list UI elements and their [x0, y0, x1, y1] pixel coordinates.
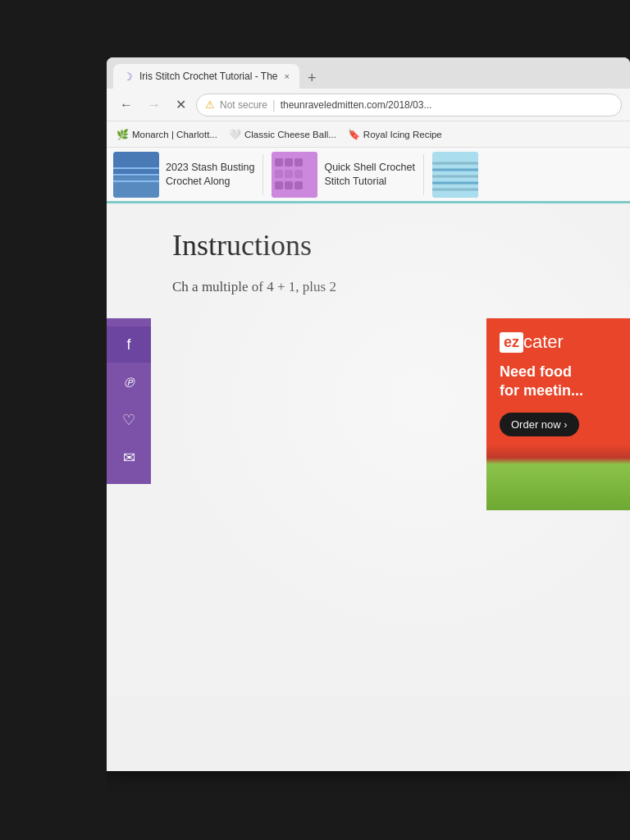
- active-tab[interactable]: ☽ Iris Stitch Crochet Tutorial - The ×: [113, 64, 299, 89]
- bookmark-icon: 🔖: [348, 129, 360, 140]
- thumb-separator-2: [423, 154, 424, 195]
- thumb-label-stash: 2023 Stash BustingCrochet Along: [166, 161, 254, 188]
- thumb-img-blue: [432, 152, 478, 198]
- not-secure-label: Not secure: [220, 99, 267, 111]
- warning-icon: ⚠: [205, 98, 215, 111]
- new-tab-button[interactable]: +: [299, 70, 325, 87]
- monarch-icon: 🌿: [116, 129, 129, 140]
- url-display: theunraveledmitten.com/2018/03...: [281, 99, 432, 111]
- svg-rect-15: [432, 152, 478, 198]
- page-heading: Instructions: [172, 228, 581, 262]
- thumbnail-nav-bar: 2023 Stash BustingCrochet Along Quick: [107, 148, 630, 203]
- svg-rect-1: [113, 176, 159, 198]
- pinterest-share-button[interactable]: ℗: [107, 364, 151, 400]
- page-subtext: Ch a multiple of 4 + 1, plus 2: [172, 279, 581, 295]
- bookmark-cheeseball[interactable]: 🤍 Classic Cheese Ball...: [226, 127, 340, 142]
- email-share-button[interactable]: ✉: [107, 440, 151, 476]
- tab-bar: ☽ Iris Stitch Crochet Tutorial - The × +: [107, 57, 630, 89]
- catering-logo-text: cater: [523, 331, 564, 353]
- nav-bar: ← → ✕ ⚠ Not secure | theunraveledmitten.…: [107, 89, 630, 121]
- facebook-icon: f: [126, 336, 130, 354]
- thumb-label-shell: Quick Shell CrochetStitch Tutorial: [324, 161, 414, 188]
- advertisement: ezcater Need foodfor meetin... Order now…: [486, 318, 630, 510]
- thumb-item-blue[interactable]: [432, 152, 478, 198]
- svg-rect-10: [285, 170, 293, 178]
- content-area: f ℗ ♡ ✉ Instructions Ch a multiple of 4 …: [107, 203, 630, 696]
- ez-logo-box: ez: [500, 332, 523, 353]
- bookmark-royalicing-label: Royal Icing Recipe: [363, 130, 442, 139]
- address-divider: |: [272, 98, 276, 112]
- thumb-item-shell[interactable]: Quick Shell CrochetStitch Tutorial: [272, 152, 414, 198]
- pinterest-icon: ℗: [122, 375, 135, 390]
- back-button[interactable]: ←: [115, 94, 138, 116]
- tab-title: Iris Stitch Crochet Tutorial - The: [139, 71, 278, 82]
- heart-share-button[interactable]: ♡: [107, 402, 151, 438]
- close-reload-button[interactable]: ✕: [171, 94, 191, 116]
- email-icon: ✉: [123, 449, 135, 467]
- heart-icon: ♡: [122, 411, 135, 429]
- ad-headline: Need foodfor meetin...: [500, 363, 617, 401]
- svg-rect-14: [294, 181, 303, 189]
- dark-overlay-left: [0, 0, 107, 840]
- browser-window: ☽ Iris Stitch Crochet Tutorial - The × +…: [107, 57, 630, 771]
- svg-rect-9: [275, 170, 283, 178]
- forward-button[interactable]: →: [143, 94, 166, 116]
- thumb-separator-1: [262, 154, 263, 195]
- svg-rect-6: [275, 158, 283, 167]
- ad-food-image: [486, 445, 630, 510]
- bookmark-monarch[interactable]: 🌿 Monarch | Charlott...: [113, 127, 221, 142]
- bookmark-cheeseball-label: Classic Cheese Ball...: [244, 130, 336, 139]
- thumb-img-stash: [113, 152, 159, 198]
- facebook-share-button[interactable]: f: [107, 326, 151, 363]
- thumb-item-stash[interactable]: 2023 Stash BustingCrochet Along: [113, 152, 254, 198]
- tab-close-button[interactable]: ×: [285, 71, 290, 81]
- bookmark-monarch-label: Monarch | Charlott...: [132, 130, 217, 139]
- svg-rect-8: [294, 158, 303, 167]
- svg-rect-13: [285, 181, 293, 189]
- social-sidebar: f ℗ ♡ ✉: [107, 318, 151, 484]
- address-bar[interactable]: ⚠ Not secure | theunraveledmitten.com/20…: [196, 94, 622, 116]
- thumb-img-shell: [272, 152, 317, 198]
- heart-bookmark-icon: 🤍: [229, 129, 241, 140]
- svg-rect-7: [285, 158, 293, 167]
- ad-logo: ezcater: [500, 331, 617, 353]
- bookmarks-bar: 🌿 Monarch | Charlott... 🤍 Classic Cheese…: [107, 121, 630, 148]
- moon-icon: ☽: [123, 71, 133, 83]
- ad-order-button[interactable]: Order now ›: [500, 413, 579, 436]
- svg-rect-11: [294, 170, 303, 178]
- bookmark-royalicing[interactable]: 🔖 Royal Icing Recipe: [345, 127, 445, 142]
- svg-rect-12: [275, 181, 283, 189]
